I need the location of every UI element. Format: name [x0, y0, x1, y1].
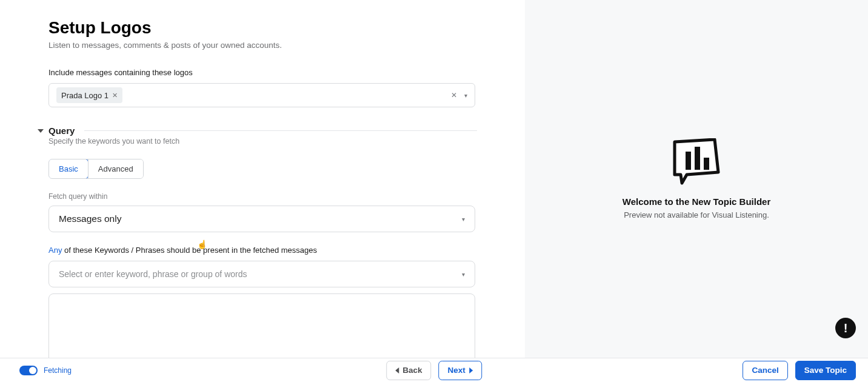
- keywords-description: Any of these Keywords / Phrases should b…: [48, 246, 525, 255]
- chevron-down-icon: ▾: [462, 216, 465, 223]
- left-pane: Setup Logos Listen to messages, comments…: [0, 0, 525, 358]
- fetch-within-label: Fetch query within: [48, 192, 525, 201]
- collapse-caret-icon[interactable]: [38, 129, 44, 133]
- divider: [84, 130, 477, 131]
- fetching-toggle-label: Fetching: [44, 366, 72, 375]
- query-section-title: Query: [48, 126, 75, 136]
- caret-left-icon: [395, 367, 399, 374]
- fetching-toggle[interactable]: [19, 366, 38, 375]
- chip-remove-icon[interactable]: ✕: [112, 92, 118, 99]
- clear-all-icon[interactable]: ✕: [451, 91, 457, 99]
- logo-chip-label: Prada Logo 1: [61, 91, 109, 100]
- fetch-within-dropdown[interactable]: Messages only ▾: [48, 206, 475, 232]
- tab-basic[interactable]: Basic: [48, 159, 88, 179]
- preview-subtitle: Preview not available for Visual Listeni…: [624, 210, 769, 219]
- preview-title: Welcome to the New Topic Builder: [623, 196, 770, 207]
- svg-rect-1: [695, 147, 700, 170]
- query-section-subtitle: Specify the keywords you want to fetch: [48, 137, 525, 146]
- next-button[interactable]: Next: [439, 361, 482, 380]
- chevron-down-icon[interactable]: ▾: [464, 92, 467, 99]
- chevron-down-icon: ▾: [462, 271, 465, 278]
- back-button[interactable]: Back: [386, 361, 431, 380]
- page-title: Setup Logos: [48, 18, 525, 38]
- chat-bars-icon: [671, 138, 722, 186]
- preview-pane: Welcome to the New Topic Builder Preview…: [525, 0, 868, 358]
- logo-chip[interactable]: Prada Logo 1 ✕: [56, 87, 122, 103]
- svg-rect-2: [704, 158, 709, 170]
- fetch-within-value: Messages only: [59, 213, 121, 224]
- save-topic-button[interactable]: Save Topic: [795, 361, 856, 380]
- caret-right-icon: [469, 367, 473, 374]
- alert-badge[interactable]: !: [835, 318, 856, 338]
- logos-multiselect[interactable]: Prada Logo 1 ✕ ✕ ▾: [48, 83, 475, 107]
- tab-advanced[interactable]: Advanced: [88, 159, 143, 178]
- cancel-button[interactable]: Cancel: [743, 361, 787, 380]
- footer-bar: Fetching Back Next Cancel Save Topic: [0, 358, 868, 382]
- keywords-textarea[interactable]: [48, 293, 475, 358]
- keywords-input[interactable]: Select or enter keyword, phrase or group…: [48, 261, 475, 287]
- logos-field-label: Include messages containing these logos: [48, 68, 525, 77]
- svg-rect-0: [686, 152, 691, 170]
- keywords-placeholder: Select or enter keyword, phrase or group…: [59, 269, 247, 279]
- keywords-any-word: Any: [48, 246, 62, 255]
- page-subtitle: Listen to messages, comments & posts of …: [48, 41, 525, 50]
- query-mode-segment: Basic Advanced: [48, 159, 144, 179]
